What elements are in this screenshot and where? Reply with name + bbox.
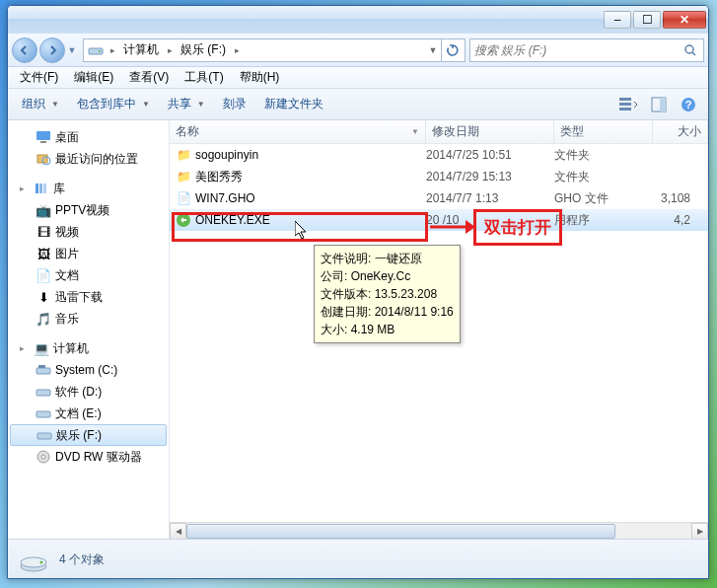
breadcrumb-drive-f[interactable]: 娱乐 (F:) [177, 39, 230, 61]
toolbar: 组织▼ 包含到库中▼ 共享▼ 刻录 新建文件夹 ? [8, 89, 708, 120]
nav-back-button[interactable] [12, 37, 37, 63]
video-icon: 📺 [36, 202, 51, 218]
nav-history-dropdown[interactable]: ▼ [65, 45, 79, 55]
nav-forward-button[interactable] [39, 37, 65, 63]
svg-rect-17 [43, 184, 46, 193]
sidebar-computer[interactable]: ▸ 💻 计算机 [8, 337, 169, 359]
svg-rect-16 [39, 184, 42, 193]
sidebar-drive-c[interactable]: System (C:) [8, 359, 169, 381]
scroll-right-button[interactable]: ▶ [691, 523, 708, 540]
breadcrumb-sep[interactable]: ▸ [230, 45, 244, 55]
computer-icon: 💻 [34, 340, 49, 356]
sidebar-recent[interactable]: 最近访问的位置 [8, 148, 169, 170]
file-list[interactable]: 📁sogoupinyin 2014/7/25 10:51 文件夹 📁美图秀秀 2… [170, 144, 708, 539]
drive-icon [36, 362, 51, 378]
download-icon: ⬇ [36, 289, 51, 305]
titlebar: – ☐ ✕ [8, 6, 708, 34]
file-row-selected[interactable]: ONEKEY.EXE 20 /10 用程序 4,2 [170, 209, 708, 231]
nav-bar: ▼ ▸ 计算机 ▸ 娱乐 (F:) ▸ ▼ [8, 34, 708, 67]
exe-icon [176, 212, 191, 228]
svg-rect-4 [619, 98, 631, 101]
sidebar-music[interactable]: 🎵音乐 [8, 308, 169, 330]
folder-icon: 📁 [176, 147, 191, 163]
search-input[interactable] [474, 43, 683, 57]
breadcrumb-sep[interactable]: ▸ [163, 45, 177, 55]
preview-pane-button[interactable] [645, 97, 673, 112]
sidebar-video[interactable]: 🎞视频 [8, 221, 169, 243]
file-icon: 📄 [176, 190, 191, 206]
column-type[interactable]: 类型 [554, 120, 653, 144]
explorer-window: – ☐ ✕ ▼ ▸ 计算机 ▸ 娱乐 (F:) ▸ ▼ [7, 5, 709, 579]
svg-rect-12 [40, 141, 46, 143]
sidebar-xunlei[interactable]: ⬇迅雷下载 [8, 286, 169, 308]
svg-rect-5 [619, 103, 631, 106]
menu-view[interactable]: 查看(V) [121, 67, 177, 88]
sidebar-pptv[interactable]: 📺PPTV视频 [8, 199, 169, 221]
sidebar-drive-d[interactable]: 软件 (D:) [8, 381, 169, 403]
search-box[interactable] [469, 38, 704, 62]
share-button[interactable]: 共享▼ [160, 92, 213, 116]
library-icon [34, 181, 49, 196]
menu-help[interactable]: 帮助(H) [232, 67, 288, 88]
sidebar-dvd[interactable]: DVD RW 驱动器 [8, 446, 169, 468]
sidebar-drive-f[interactable]: 娱乐 (F:) [10, 424, 167, 446]
desktop-icon [36, 129, 51, 145]
file-row[interactable]: 📁美图秀秀 2014/7/29 15:13 文件夹 [170, 166, 708, 187]
svg-point-1 [99, 50, 101, 52]
menu-tools[interactable]: 工具(T) [177, 67, 231, 88]
breadcrumb[interactable]: ▸ 计算机 ▸ 娱乐 (F:) ▸ ▼ [83, 38, 466, 62]
status-bar: 4 个对象 [8, 539, 708, 579]
include-button[interactable]: 包含到库中▼ [69, 92, 158, 116]
sidebar-drive-e[interactable]: 文档 (E:) [8, 403, 169, 424]
horizontal-scrollbar[interactable]: ◀ ▶ [170, 522, 708, 539]
svg-rect-18 [36, 368, 50, 374]
column-date[interactable]: 修改日期 [426, 120, 554, 144]
search-icon [683, 43, 699, 57]
svg-rect-11 [36, 131, 50, 140]
video-icon: 🎞 [36, 224, 51, 240]
burn-button[interactable]: 刻录 [215, 92, 254, 116]
svg-rect-21 [36, 411, 50, 417]
content-area: 名称▼ 修改日期 类型 大小 📁sogoupinyin 2014/7/25 10… [170, 120, 708, 539]
pictures-icon: 🖼 [36, 246, 51, 261]
recent-icon [36, 151, 51, 167]
breadcrumb-dropdown[interactable]: ▼ [425, 45, 441, 55]
document-icon: 📄 [36, 267, 51, 283]
column-headers: 名称▼ 修改日期 类型 大小 [170, 120, 708, 144]
menu-edit[interactable]: 编辑(E) [66, 67, 121, 88]
scrollbar-thumb[interactable] [186, 524, 615, 539]
menu-file[interactable]: 文件(F) [12, 67, 66, 88]
column-name[interactable]: 名称▼ [170, 120, 426, 144]
sidebar-desktop[interactable]: 桌面 [8, 126, 169, 148]
minimize-button[interactable]: – [604, 11, 631, 29]
close-button[interactable]: ✕ [663, 11, 706, 29]
svg-line-3 [692, 52, 695, 55]
twisty-icon: ▸ [20, 184, 30, 193]
sidebar-pictures[interactable]: 🖼图片 [8, 243, 169, 264]
drive-icon [88, 42, 104, 58]
file-row[interactable]: 📄WIN7.GHO 2014/7/7 1:13 GHO 文件 3,108 [170, 187, 708, 209]
folder-icon: 📁 [176, 169, 191, 184]
svg-rect-8 [660, 98, 666, 111]
status-text: 4 个对象 [59, 551, 105, 568]
column-size[interactable]: 大小 [653, 120, 708, 144]
breadcrumb-sep[interactable]: ▸ [106, 45, 119, 55]
maximize-button[interactable]: ☐ [633, 11, 661, 29]
svg-rect-19 [38, 365, 45, 368]
sidebar-libraries[interactable]: ▸ 库 [8, 178, 169, 199]
svg-rect-15 [36, 184, 38, 193]
drive-icon [36, 427, 52, 443]
organize-button[interactable]: 组织▼ [14, 92, 67, 116]
view-mode-button[interactable] [615, 97, 643, 112]
sidebar: 桌面 最近访问的位置 ▸ 库 📺PPTV视频 🎞视频 🖼图片 📄文档 ⬇迅雷下载 [8, 120, 170, 539]
file-row[interactable]: 📁sogoupinyin 2014/7/25 10:51 文件夹 [170, 144, 708, 166]
scroll-left-button[interactable]: ◀ [170, 523, 186, 540]
newfolder-button[interactable]: 新建文件夹 [256, 92, 331, 116]
svg-rect-20 [36, 390, 50, 396]
svg-point-2 [685, 45, 693, 53]
refresh-button[interactable] [441, 39, 463, 61]
breadcrumb-computer[interactable]: 计算机 [119, 39, 163, 61]
drive-icon [18, 545, 49, 576]
sidebar-docs[interactable]: 📄文档 [8, 264, 169, 286]
help-button[interactable]: ? [675, 97, 702, 112]
